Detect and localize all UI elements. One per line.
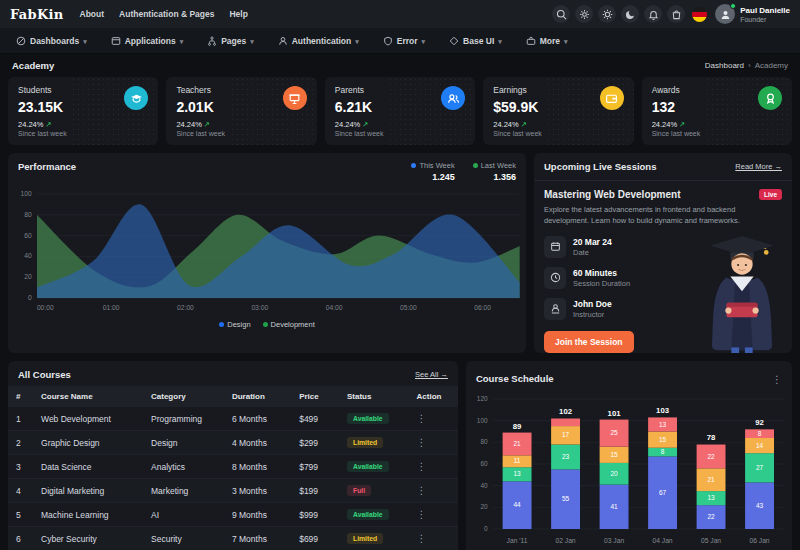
- nav-item-authentication[interactable]: Authentication: [278, 36, 359, 46]
- svg-text:04 Jan: 04 Jan: [652, 537, 672, 544]
- session-info-instructor: John DoeInstructor: [544, 298, 694, 320]
- language-flag-germany[interactable]: [692, 7, 707, 22]
- legend-this-week: This Week1.245: [411, 161, 454, 182]
- svg-text:13: 13: [707, 494, 715, 501]
- user-name: Paul Danielle: [740, 6, 790, 16]
- chevron-down-icon: [422, 36, 426, 46]
- svg-text:15: 15: [610, 451, 618, 458]
- svg-text:80: 80: [480, 438, 488, 445]
- brand-logo[interactable]: FabKin: [10, 7, 64, 22]
- svg-text:40: 40: [24, 252, 32, 259]
- cell-duration: 3 Months: [224, 479, 291, 503]
- svg-text:15: 15: [659, 436, 667, 443]
- nav-item-base-ui[interactable]: Base UI: [449, 36, 502, 46]
- topbar-link-authentication-pages[interactable]: Authentication & Pages: [119, 9, 214, 19]
- svg-text:02 Jan: 02 Jan: [555, 537, 575, 544]
- avatar: [715, 4, 735, 24]
- svg-text:80: 80: [24, 211, 32, 218]
- table-row: 1Web DevelopmentProgramming6 Months$499A…: [8, 407, 458, 431]
- schedule-title: Course Schedule: [476, 373, 554, 384]
- topbar-link-help[interactable]: Help: [229, 9, 247, 19]
- svg-text:17: 17: [562, 432, 570, 439]
- svg-text:0: 0: [28, 294, 32, 301]
- info-text: John DoeInstructor: [573, 299, 612, 319]
- legend-text: Design: [227, 320, 250, 329]
- sun-icon[interactable]: [598, 5, 616, 23]
- row-action-menu-icon[interactable]: [417, 534, 427, 544]
- panel-menu-icon[interactable]: [772, 369, 782, 387]
- info-sub: Session Duration: [573, 279, 630, 288]
- join-session-button[interactable]: Join the Session: [544, 331, 634, 353]
- topbar: FabKin AboutAuthentication & PagesHelp P…: [0, 0, 800, 28]
- stat-card-awards: Awards13224.24%Since last week: [642, 77, 792, 145]
- nav-label: Applications: [125, 36, 176, 46]
- column-header-: #: [8, 386, 33, 407]
- info-label: John Doe: [573, 299, 612, 309]
- topbar-link-about[interactable]: About: [80, 9, 105, 19]
- breadcrumb-separator: [744, 61, 755, 70]
- table-row: 5Machine LearningAI9 Months$999Available: [8, 503, 458, 527]
- bell-icon[interactable]: [644, 5, 662, 23]
- nav-item-more[interactable]: More: [526, 36, 568, 46]
- see-all-link[interactable]: See All →: [415, 370, 448, 379]
- legend-value: 1.245: [411, 172, 454, 182]
- nav-item-pages[interactable]: Pages: [207, 36, 254, 46]
- nav-item-error[interactable]: Error: [383, 36, 425, 46]
- table-row: 6Cyber SecuritySecurity7 Months$699Limit…: [8, 527, 458, 550]
- row-action-menu-icon[interactable]: [417, 414, 427, 424]
- row-action-menu-icon[interactable]: [417, 462, 427, 472]
- column-header-category: Category: [143, 386, 224, 407]
- nav-item-applications[interactable]: Applications: [111, 36, 184, 46]
- performance-legend-bottom: DesignDevelopment: [8, 318, 526, 335]
- read-more-link[interactable]: Read More →: [735, 162, 782, 171]
- search-icon[interactable]: [552, 5, 570, 23]
- cell-course-name: Machine Learning: [33, 503, 143, 527]
- row-action-menu-icon[interactable]: [417, 486, 427, 496]
- nav-label: Pages: [221, 36, 246, 46]
- svg-text:27: 27: [756, 464, 764, 471]
- stat-change: 24.24%: [493, 120, 623, 129]
- legend-last-week: Last Week1.356: [473, 161, 516, 182]
- nav-label: Error: [397, 36, 418, 46]
- svg-text:101: 101: [608, 409, 622, 418]
- chevron-down-icon: [564, 36, 568, 46]
- svg-text:03:00: 03:00: [251, 304, 268, 311]
- legend-text: Development: [271, 320, 315, 329]
- row-action-menu-icon[interactable]: [417, 510, 427, 520]
- cell-course-name: Digital Marketing: [33, 479, 143, 503]
- svg-text:22: 22: [707, 513, 715, 520]
- row-action-menu-icon[interactable]: [417, 438, 427, 448]
- svg-text:102: 102: [559, 408, 572, 417]
- trend-up-icon: [360, 120, 368, 129]
- svg-text:Jan '11: Jan '11: [507, 537, 528, 544]
- gear-icon[interactable]: [575, 5, 593, 23]
- all-courses-panel: All Courses See All → #Course NameCatego…: [8, 361, 458, 550]
- moon-icon[interactable]: [621, 5, 639, 23]
- error-icon: [383, 36, 393, 46]
- svg-text:43: 43: [756, 502, 764, 509]
- session-info-list: 20 Mar 24Date60 MinutesSession DurationJ…: [544, 236, 694, 320]
- stat-sub: Since last week: [335, 130, 465, 137]
- svg-text:44: 44: [513, 501, 521, 508]
- svg-text:14: 14: [756, 442, 764, 449]
- table-row: 3Data ScienceAnalytics8 Months$799Availa…: [8, 455, 458, 479]
- cart-icon[interactable]: [667, 5, 685, 23]
- nav-item-dashboards[interactable]: Dashboards: [16, 36, 87, 46]
- legend-text: This Week: [419, 161, 454, 170]
- breadcrumb-item[interactable]: Dashboard: [705, 61, 744, 70]
- performance-panel: Performance This Week1.245Last Week1.356…: [8, 153, 526, 353]
- nav-label: Dashboards: [30, 36, 79, 46]
- cell-duration: 6 Months: [224, 407, 291, 431]
- cell-duration: 9 Months: [224, 503, 291, 527]
- page-head: Academy DashboardAcademy: [0, 54, 800, 75]
- svg-text:8: 8: [661, 448, 665, 455]
- svg-text:40: 40: [480, 482, 488, 489]
- user-role: Founder: [740, 16, 790, 23]
- cell-price: $799: [291, 455, 339, 479]
- svg-text:11: 11: [514, 458, 521, 465]
- legend-dot: [263, 322, 268, 327]
- column-header-course-name: Course Name: [33, 386, 143, 407]
- column-header-action: Action: [409, 386, 458, 407]
- user-menu[interactable]: Paul Danielle Founder: [715, 4, 790, 24]
- instructor-icon: [544, 298, 566, 320]
